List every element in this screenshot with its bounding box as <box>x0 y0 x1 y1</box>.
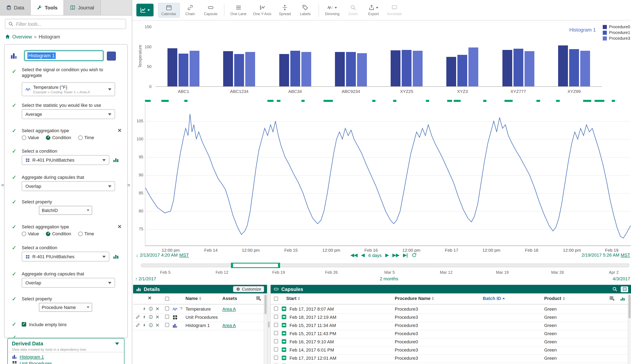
legend-item[interactable]: Procedure0 <box>603 24 630 29</box>
capsule-row[interactable]: Feb 15, 2017 11:43 PMProcedure3Green <box>271 330 628 338</box>
radio-time[interactable]: Time <box>78 135 94 140</box>
bar-procedure1[interactable] <box>179 54 188 86</box>
investigate-duration[interactable]: 2 months <box>364 276 414 281</box>
dimming-button[interactable]: Dimming <box>322 3 342 17</box>
capsule-marker[interactable] <box>483 100 487 102</box>
filter-tools-input[interactable]: Filter tools... <box>5 19 126 29</box>
tab-journal[interactable]: Journal <box>64 0 101 15</box>
collapse-panel-icon[interactable]: « <box>1 182 4 188</box>
row-checkbox[interactable] <box>274 315 278 319</box>
details-row[interactable]: Histogram 1Area A <box>133 322 264 330</box>
row-checkbox[interactable] <box>165 323 169 327</box>
property-2-select[interactable]: Procedure Name <box>39 303 92 312</box>
capsule-row[interactable]: Feb 18, 2017 12:19 AMProcedure3Green <box>271 314 628 322</box>
panel-splitter[interactable] <box>267 285 271 364</box>
row-checkbox[interactable] <box>274 323 278 327</box>
arrow-up-icon[interactable]: ↑ <box>135 276 137 281</box>
timebar-track[interactable] <box>141 264 629 267</box>
bar-procedure0[interactable] <box>558 46 568 86</box>
row-checkbox[interactable] <box>274 356 278 360</box>
capsule-marker[interactable] <box>447 100 452 102</box>
color-swatch-button[interactable] <box>107 52 116 60</box>
view-condition-chart-icon[interactable] <box>113 156 119 163</box>
radio-time[interactable]: Time <box>78 231 94 236</box>
close-icon[interactable]: ✕ <box>118 128 122 134</box>
calendar-button[interactable]: Calendar <box>158 3 180 18</box>
info-icon[interactable] <box>149 306 153 311</box>
range-start-link[interactable]: 2/13/2017 4:20 AM <box>140 252 178 258</box>
radio-value[interactable]: Value <box>22 231 39 236</box>
bolt-icon[interactable] <box>142 306 147 311</box>
details-row[interactable]: °FTemperatureArea A <box>133 305 264 314</box>
capsule-marker[interactable] <box>426 100 429 102</box>
range-start-timezone[interactable]: MST <box>179 252 189 258</box>
legend-item[interactable]: Procedure3 <box>603 36 630 40</box>
bar-procedure0[interactable] <box>335 52 345 86</box>
capsule-row[interactable]: Feb 17, 2017 12:01 AMProcedure3Green <box>271 354 628 363</box>
home-icon[interactable] <box>5 34 10 39</box>
during-1-dropdown[interactable]: Overlap <box>22 181 115 191</box>
bar-procedure3[interactable] <box>357 53 367 86</box>
derived-data-item[interactable]: Unit Procedures <box>12 360 52 364</box>
bar-procedure1[interactable] <box>513 48 523 86</box>
bar-procedure1[interactable] <box>290 51 300 86</box>
one-lane-button[interactable]: One Lane <box>227 3 249 17</box>
item-name[interactable]: Histogram 1 <box>186 323 210 328</box>
capsules-product-column[interactable]: Product <box>544 296 565 301</box>
row-checkbox[interactable] <box>274 306 278 310</box>
capsule-marker[interactable] <box>612 100 615 102</box>
derived-item-link[interactable]: Histogram 1 <box>20 354 44 359</box>
capsule-marker[interactable] <box>453 100 461 102</box>
capsules-scrollbar[interactable] <box>628 294 631 364</box>
display-type-button[interactable] <box>136 4 154 16</box>
info-icon[interactable] <box>149 323 153 327</box>
bar-procedure1[interactable] <box>234 54 244 86</box>
refresh-icon[interactable] <box>411 252 417 258</box>
capsules-maximize-button[interactable] <box>621 286 628 292</box>
bar-procedure3[interactable] <box>580 51 590 86</box>
tab-data[interactable]: Data <box>0 0 31 15</box>
item-name[interactable]: Temperature <box>186 306 211 312</box>
range-end-timezone[interactable]: MST <box>621 252 630 258</box>
info-icon[interactable] <box>149 315 153 319</box>
remove-all-icon[interactable]: ✕ <box>148 296 152 301</box>
trend-chart[interactable]: Temperature 7580859095100105 12:00 pmFeb… <box>135 99 631 252</box>
capsules-batchid-column[interactable]: Batch ID <box>483 296 505 301</box>
capsule-marker[interactable] <box>393 100 396 102</box>
capsule-marker[interactable] <box>267 100 274 102</box>
bar-procedure1[interactable] <box>346 52 356 86</box>
breadcrumb-overview-link[interactable]: Overview <box>12 34 32 39</box>
histogram-name-input[interactable]: Histogram 1 <box>24 50 104 61</box>
capsule-row[interactable]: Feb 15, 2017 11:34 AMProcedure3Green <box>271 322 628 330</box>
bar-procedure0[interactable] <box>279 54 289 86</box>
capsules-procedure-column[interactable]: Procedure Name <box>395 296 434 301</box>
include-empty-bins-checkbox[interactable] <box>22 322 26 326</box>
chain-button[interactable]: Chain <box>180 3 200 17</box>
capsule-marker[interactable] <box>301 100 305 102</box>
step-to-end-button[interactable]: ▶| <box>403 252 408 258</box>
timebar-selected-window[interactable] <box>231 263 280 268</box>
bar-procedure3[interactable] <box>524 51 534 86</box>
export-button[interactable]: Export <box>364 3 383 17</box>
capsules-start-column[interactable]: Start <box>286 296 300 301</box>
view-condition-chart-icon[interactable] <box>113 253 119 260</box>
row-checkbox[interactable] <box>165 306 169 310</box>
capsule-marker[interactable] <box>595 100 604 102</box>
bar-procedure1[interactable] <box>569 49 579 86</box>
capsule-marker[interactable] <box>277 100 281 102</box>
statistic-dropdown[interactable]: Average <box>22 109 115 119</box>
bar-procedure3[interactable] <box>301 52 311 86</box>
radio-condition[interactable]: Condition <box>46 231 71 236</box>
details-row[interactable]: Unit Procedures <box>133 314 264 322</box>
step-forward-button[interactable]: ▶ <box>385 252 389 258</box>
pencil-icon[interactable] <box>136 315 140 319</box>
arrow-down-icon[interactable]: ↓ <box>136 252 138 258</box>
property-1-select[interactable]: BatchID <box>39 206 92 215</box>
spread-button[interactable]: Spread <box>275 3 295 17</box>
close-icon[interactable] <box>155 315 160 319</box>
capsule-button[interactable]: Capsule <box>201 3 221 17</box>
capsule-marker[interactable] <box>323 100 333 102</box>
add-column-icon[interactable] <box>609 296 615 301</box>
radio-value[interactable]: Value <box>22 135 39 140</box>
radio-condition[interactable]: Condition <box>46 135 71 140</box>
